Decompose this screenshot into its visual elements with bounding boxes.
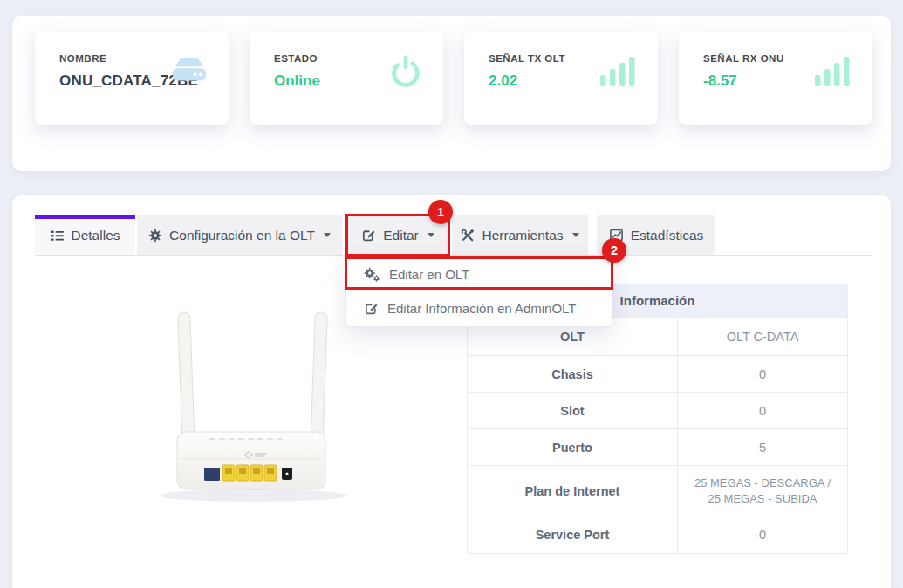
row-label: Slot: [468, 393, 678, 428]
row-value: 5: [678, 429, 847, 465]
stat-card-nombre: NOMBRE ONU_CDATA_72BE: [35, 31, 229, 125]
caret-down-icon: [324, 233, 331, 237]
onu-product-image: [138, 307, 382, 518]
stat-label: NOMBRE: [59, 53, 106, 64]
power-icon: [387, 53, 424, 93]
row-value: OLT C-DATA: [678, 318, 847, 355]
list-icon: [51, 229, 65, 243]
row-label: Service Port: [468, 516, 678, 553]
annotation-badge-1: 1: [428, 200, 453, 224]
row-value: 0: [678, 356, 847, 392]
signal-bars-icon: [815, 53, 853, 90]
edit-icon: [361, 228, 376, 243]
row-label: Plan de Internet: [468, 466, 678, 516]
caret-down-icon: [428, 233, 434, 237]
tools-icon: [461, 229, 475, 243]
row-label: Puerto: [468, 429, 678, 465]
table-row: Chasis 0: [467, 355, 848, 392]
table-row: Service Port 0: [467, 516, 848, 554]
annotation-badge-2: 2: [602, 238, 626, 263]
menu-item-editar-en-olt[interactable]: Editar en OLT: [346, 257, 612, 291]
stat-label: SEÑAL TX OLT: [489, 53, 565, 64]
table-row: Puerto 5: [467, 428, 848, 465]
tab-label: Detalles: [72, 228, 120, 243]
status-value: Online: [274, 72, 320, 90]
table-row: Plan de Internet 25 MEGAS - DESCARGA / 2…: [467, 465, 848, 516]
row-label: Chasis: [468, 356, 678, 392]
tab-label: Herramientas: [482, 228, 563, 243]
stat-card-senal-rx-onu: SEÑAL RX ONU -8.57: [679, 31, 872, 125]
caret-down-icon: [572, 233, 579, 237]
tab-label: Configuración en la OLT: [169, 228, 315, 243]
cogs-icon: [364, 267, 380, 282]
row-value: 0: [678, 516, 847, 553]
router-icon: [169, 57, 209, 90]
tab-label: Estadísticas: [631, 228, 704, 243]
row-value: 25 MEGAS - DESCARGA / 25 MEGAS - SUBIDA: [678, 466, 847, 516]
tab-detalles[interactable]: Detalles: [35, 215, 135, 255]
editar-dropdown-menu: Editar en OLT Editar Información en Admi…: [345, 256, 612, 327]
stat-label: ESTADO: [274, 53, 318, 64]
gear-icon: [148, 229, 162, 243]
tab-configuracion-olt[interactable]: Configuración en la OLT: [137, 215, 342, 255]
menu-item-label: Editar Información en AdminOLT: [387, 301, 577, 316]
menu-item-editar-informacion-adminolt[interactable]: Editar Información en AdminOLT: [346, 291, 612, 325]
menu-item-label: Editar en OLT: [389, 267, 469, 282]
row-value: 0: [678, 393, 847, 428]
stat-card-senal-tx-olt: SEÑAL TX OLT 2.02: [464, 31, 658, 125]
rx-signal-value: -8.57: [703, 72, 737, 90]
table-row: Slot 0: [467, 392, 848, 428]
stat-label: SEÑAL RX ONU: [703, 53, 784, 64]
tx-signal-value: 2.02: [489, 72, 517, 90]
signal-bars-icon: [600, 53, 639, 90]
tab-label: Editar: [383, 228, 419, 243]
edit-icon: [364, 301, 379, 316]
tab-herramientas[interactable]: Herramientas: [452, 215, 588, 255]
stat-card-estado: ESTADO Online: [250, 31, 443, 125]
